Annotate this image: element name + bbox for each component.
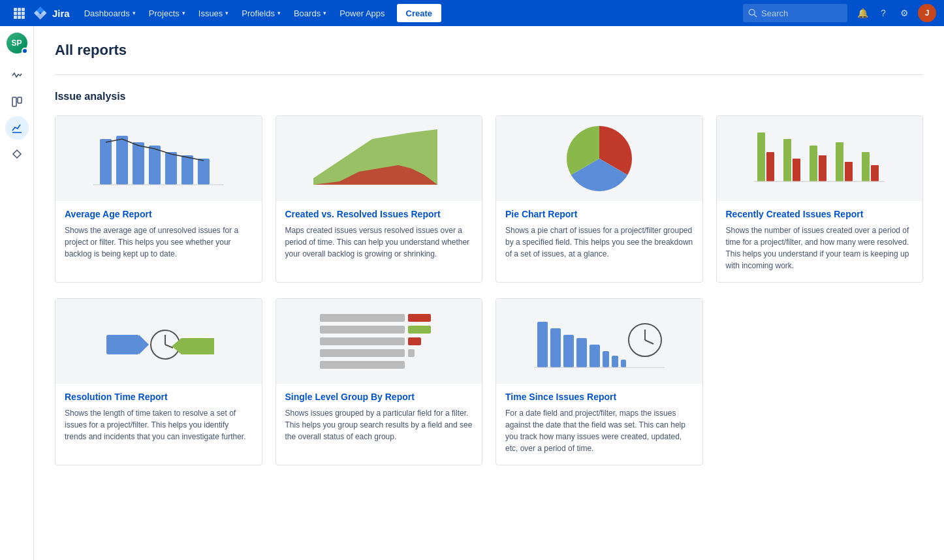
svg-rect-58 <box>621 360 626 367</box>
svg-rect-32 <box>862 152 870 181</box>
sidebar-item-board[interactable] <box>5 90 29 114</box>
svg-rect-27 <box>793 159 800 181</box>
svg-rect-11 <box>12 97 16 106</box>
svg-rect-46 <box>320 337 405 345</box>
svg-marker-41 <box>172 338 181 354</box>
search-input[interactable] <box>761 8 840 18</box>
jira-logo[interactable]: Jira <box>30 5 78 21</box>
svg-rect-29 <box>819 155 826 181</box>
report-card-recently-created[interactable]: Recently Created Issues Report Shows the… <box>716 116 924 283</box>
help-button[interactable]: ? <box>873 3 893 23</box>
svg-rect-24 <box>757 132 765 181</box>
svg-rect-2 <box>22 8 25 11</box>
create-button[interactable]: Create <box>397 4 441 22</box>
reports-grid-bottom: Resolution Time Report Shows the length … <box>55 298 923 465</box>
left-sidebar: SP <box>0 26 34 560</box>
page-title: All reports <box>55 42 923 59</box>
svg-rect-18 <box>165 152 177 185</box>
report-thumb-resolution-time <box>55 299 262 384</box>
report-thumb-time-since <box>496 299 702 384</box>
section-divider <box>55 74 923 75</box>
svg-rect-52 <box>550 328 561 367</box>
report-thumb-recently-created <box>717 116 923 201</box>
sidebar-item-reports[interactable] <box>5 116 29 140</box>
nav-dashboards[interactable]: Dashboards▾ <box>78 0 142 26</box>
svg-rect-43 <box>408 314 431 322</box>
report-info-time-since: Time Since Issues Report For a date fiel… <box>496 384 702 465</box>
report-info-pie-chart: Pie Chart Report Shows a pie chart of is… <box>496 201 702 270</box>
report-thumb-pie-chart <box>496 116 702 201</box>
svg-rect-49 <box>408 349 415 357</box>
svg-rect-57 <box>612 356 618 367</box>
svg-rect-42 <box>320 314 405 322</box>
svg-rect-17 <box>149 146 161 185</box>
report-card-pie-chart[interactable]: Pie Chart Report Shows a pie chart of is… <box>496 116 703 283</box>
svg-rect-51 <box>537 322 548 367</box>
svg-rect-31 <box>845 162 853 181</box>
svg-line-10 <box>754 14 757 17</box>
sidebar-item-backlog[interactable] <box>5 142 29 166</box>
settings-button[interactable]: ⚙ <box>894 3 914 23</box>
report-desc-resolution-time: Shows the length of time taken to resolv… <box>65 407 253 443</box>
main-content: All reports Issue analysis <box>34 26 944 560</box>
svg-rect-26 <box>783 139 791 181</box>
report-name-time-since: Time Since Issues Report <box>505 392 693 402</box>
report-name-pie-chart: Pie Chart Report <box>505 209 693 219</box>
nav-boards[interactable]: Boards▾ <box>287 0 333 26</box>
search-icon <box>748 8 757 18</box>
report-thumb-average-age <box>55 116 262 201</box>
report-name-single-level-group: Single Level Group By Report <box>285 392 473 402</box>
svg-rect-44 <box>320 326 405 334</box>
report-name-created-vs-resolved: Created vs. Resolved Issues Report <box>285 209 473 219</box>
report-card-created-vs-resolved[interactable]: Created vs. Resolved Issues Report Maps … <box>275 116 483 283</box>
svg-rect-19 <box>181 155 193 185</box>
svg-rect-14 <box>100 139 112 185</box>
svg-rect-15 <box>116 136 128 185</box>
apps-menu-button[interactable] <box>8 0 30 26</box>
report-card-average-age[interactable]: Average Age Report Shows the average age… <box>55 116 262 283</box>
svg-rect-20 <box>198 159 210 185</box>
report-card-time-since[interactable]: Time Since Issues Report For a date fiel… <box>496 298 703 465</box>
report-info-single-level-group: Single Level Group By Report Shows issue… <box>276 384 482 453</box>
svg-rect-0 <box>14 8 17 11</box>
report-info-recently-created: Recently Created Issues Report Shows the… <box>717 201 923 282</box>
report-info-resolution-time: Resolution Time Report Shows the length … <box>55 384 262 453</box>
report-name-recently-created: Recently Created Issues Report <box>726 209 914 219</box>
svg-rect-16 <box>133 142 144 185</box>
report-desc-average-age: Shows the average age of unresolved issu… <box>65 225 253 260</box>
report-desc-single-level-group: Shows issues grouped by a particular fie… <box>285 407 473 443</box>
svg-marker-36 <box>139 335 149 354</box>
svg-rect-47 <box>408 337 421 345</box>
svg-rect-54 <box>576 338 587 367</box>
svg-rect-35 <box>106 335 139 354</box>
nav-links: Dashboards▾ Projects▾ Issues▾ Profields▾… <box>78 0 441 26</box>
sidebar-item-activity[interactable] <box>5 64 29 87</box>
nav-issues[interactable]: Issues▾ <box>192 0 236 26</box>
top-navigation: Jira Dashboards▾ Projects▾ Issues▾ Profi… <box>0 0 944 26</box>
report-card-resolution-time[interactable]: Resolution Time Report Shows the length … <box>55 298 262 465</box>
report-desc-pie-chart: Shows a pie chart of issues for a projec… <box>505 225 693 260</box>
report-info-average-age: Average Age Report Shows the average age… <box>55 201 262 270</box>
svg-rect-48 <box>320 349 405 357</box>
nav-profields[interactable]: Profields▾ <box>235 0 287 26</box>
svg-rect-30 <box>836 142 843 181</box>
report-desc-time-since: For a date field and project/filter, map… <box>505 407 693 454</box>
svg-rect-3 <box>14 12 17 15</box>
report-card-single-level-group[interactable]: Single Level Group By Report Shows issue… <box>275 298 483 465</box>
svg-rect-45 <box>408 326 431 334</box>
svg-rect-28 <box>810 146 817 181</box>
reports-grid-top: Average Age Report Shows the average age… <box>55 116 923 283</box>
report-name-resolution-time: Resolution Time Report <box>65 392 253 402</box>
svg-marker-40 <box>181 338 214 354</box>
user-avatar[interactable]: J <box>918 4 936 22</box>
svg-rect-5 <box>22 12 25 15</box>
svg-rect-55 <box>590 345 600 367</box>
project-avatar[interactable]: SP <box>7 33 27 54</box>
nav-power-apps[interactable]: Power Apps <box>333 0 391 26</box>
report-info-created-vs-resolved: Created vs. Resolved Issues Report Maps … <box>276 201 482 270</box>
search-box[interactable] <box>743 4 847 22</box>
nav-projects[interactable]: Projects▾ <box>142 0 192 26</box>
svg-line-61 <box>645 340 653 344</box>
notifications-button[interactable]: 🔔 <box>853 3 872 23</box>
report-desc-recently-created: Shows the number of issues created over … <box>726 225 914 272</box>
